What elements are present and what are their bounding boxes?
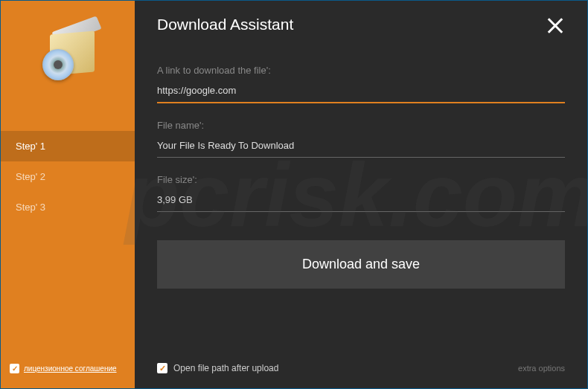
filename-input[interactable]: [157, 138, 565, 158]
extra-options-link[interactable]: extra options: [518, 364, 565, 373]
page-title: Download Assistant: [157, 16, 293, 33]
filesize-label: File size':: [157, 174, 565, 185]
open-path-checkbox[interactable]: ✓: [157, 363, 167, 373]
filename-label: File name':: [157, 120, 565, 131]
close-icon[interactable]: [546, 16, 565, 35]
filename-field-group: File name':: [157, 120, 565, 158]
download-and-save-button[interactable]: Download and save: [157, 240, 565, 289]
step-3[interactable]: Step' 3: [1, 192, 135, 222]
fields: A link to download the file': File name'…: [157, 65, 565, 212]
license-link[interactable]: лицензионное соглашение: [24, 364, 117, 373]
filesize-input[interactable]: [157, 193, 565, 212]
step-1[interactable]: Step' 1: [1, 131, 135, 161]
steps-list: Step' 1 Step' 2 Step' 3: [1, 131, 135, 222]
header: Download Assistant: [157, 16, 565, 35]
open-path-row: ✓ Open file path after upload: [157, 363, 278, 373]
url-input[interactable]: [157, 83, 565, 103]
url-field-group: A link to download the file':: [157, 65, 565, 103]
installer-package-icon: [36, 19, 100, 83]
main-panel: pcrisk.com Download Assistant A link to …: [135, 1, 587, 388]
filesize-field-group: File size':: [157, 174, 565, 212]
license-row: ✓ лицензионное соглашение: [10, 364, 117, 373]
footer: ✓ Open file path after upload extra opti…: [157, 363, 565, 373]
url-label: A link to download the file':: [157, 65, 565, 76]
step-2[interactable]: Step' 2: [1, 161, 135, 192]
open-path-label: Open file path after upload: [173, 363, 278, 373]
license-checkbox[interactable]: ✓: [10, 364, 19, 373]
sidebar: Step' 1 Step' 2 Step' 3 ✓ лицензионное с…: [1, 1, 135, 388]
